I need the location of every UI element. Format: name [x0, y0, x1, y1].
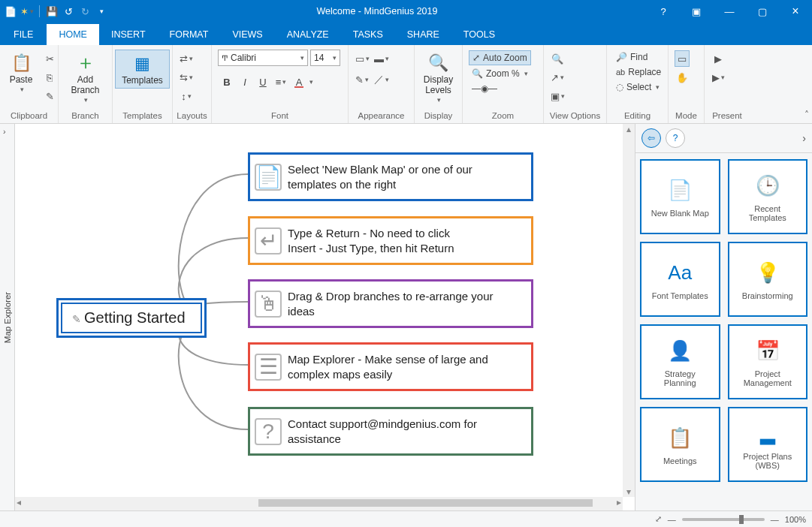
auto-zoom-button[interactable]: ⤢Auto Zoom: [469, 50, 531, 65]
child-node[interactable]: 🖱Drag & Drop branches to re-arrange your…: [248, 279, 533, 328]
font-name-combo[interactable]: ͲCalibri: [218, 50, 308, 66]
layout3-icon[interactable]: ↕▾: [179, 88, 194, 104]
mode-cursor-icon[interactable]: ▭: [675, 50, 690, 67]
template-tile[interactable]: 🕒RecentTemplates: [728, 159, 808, 234]
pen-icon[interactable]: ✎▾: [355, 71, 370, 88]
quick-customize-icon[interactable]: ▾: [95, 5, 107, 17]
zoom-out-icon[interactable]: —: [668, 515, 676, 524]
tab-file[interactable]: FILE: [3, 24, 44, 45]
templates-button[interactable]: ▦ Templates: [115, 50, 170, 89]
template-tile[interactable]: 👤StrategyPlanning: [640, 324, 720, 399]
layout2-icon[interactable]: ⇆▾: [179, 69, 194, 86]
template-tile[interactable]: 📋Meetings: [640, 407, 720, 482]
tab-tasks[interactable]: TASKS: [341, 24, 395, 45]
group-font-label: Font: [215, 110, 345, 122]
node-icon: 📄: [255, 164, 282, 191]
align-button[interactable]: ≡▾: [272, 74, 290, 90]
node-text: Map Explorer - Make sense of large and c…: [288, 352, 522, 381]
template-icon: ▂: [753, 419, 783, 449]
template-tile[interactable]: 📅ProjectManagement: [728, 324, 808, 399]
font-size-combo[interactable]: 14: [310, 50, 340, 66]
child-node[interactable]: ↵Type & Return - No need to clickInsert …: [248, 216, 533, 265]
select-button[interactable]: ◌Select▾: [613, 80, 664, 94]
cut-icon[interactable]: ✂: [42, 50, 57, 67]
zoom-slider-icon[interactable]: —◉—: [469, 82, 531, 95]
mode-hand-icon[interactable]: ✋: [675, 69, 690, 86]
child-node[interactable]: ☰Map Explorer - Make sense of large and …: [248, 342, 533, 391]
title-bar: 📄 ✶▾ 💾 ↺ ↻ ▾ Welcome - MindGenius 2019 ?…: [0, 0, 812, 23]
auto-zoom-label: Auto Zoom: [483, 53, 527, 63]
template-tile[interactable]: AaFont Templates: [640, 242, 720, 317]
zoom-fit-icon[interactable]: ⤢: [655, 514, 662, 524]
tab-tools[interactable]: TOOLS: [451, 24, 507, 45]
tab-insert[interactable]: INSERT: [99, 24, 158, 45]
template-label: Meetings: [663, 456, 697, 465]
viewopt2-icon[interactable]: ↗▾: [550, 69, 565, 86]
quick-new-dropdown-icon[interactable]: ✶▾: [21, 5, 33, 17]
layout1-icon[interactable]: ⇄▾: [179, 50, 194, 67]
close-button[interactable]: ×: [779, 0, 812, 23]
node-icon: ?: [255, 418, 282, 445]
tab-home[interactable]: HOME: [47, 24, 99, 45]
child-node[interactable]: 📄Select 'New Blank Map' or one of our te…: [248, 152, 533, 201]
help-button[interactable]: ?: [647, 0, 680, 23]
group-branch-label: Branch: [62, 110, 109, 122]
quick-redo-icon[interactable]: ↻: [79, 5, 91, 17]
tab-analyze[interactable]: ANALYZE: [275, 24, 341, 45]
connector-icon[interactable]: ／▾: [374, 71, 389, 88]
tab-views[interactable]: VIEWS: [220, 24, 274, 45]
zoom-pct-button[interactable]: 🔍Zoom %▾: [469, 67, 531, 80]
child-node[interactable]: ?Contact support@mindgenius.com for assi…: [248, 407, 533, 456]
minimize-button[interactable]: —: [713, 0, 746, 23]
zoom-in-icon[interactable]: —: [771, 515, 779, 524]
quick-save-icon[interactable]: 💾: [46, 5, 58, 17]
group-mode-label: Mode: [672, 110, 701, 122]
quick-new-icon[interactable]: 📄: [5, 5, 17, 17]
tab-share[interactable]: SHARE: [395, 24, 451, 45]
template-tile[interactable]: 💡Brainstorming: [728, 242, 808, 317]
template-tile[interactable]: 📄New Blank Map: [640, 159, 720, 234]
add-branch-button[interactable]: ＋ Add Branch ▾: [65, 50, 105, 105]
paste-button[interactable]: 📋 Paste ▾: [3, 50, 39, 95]
group-present-label: Present: [708, 110, 747, 122]
tab-format[interactable]: FORMAT: [158, 24, 221, 45]
present2-icon[interactable]: ▶▾: [711, 69, 726, 86]
collapse-panel-icon[interactable]: ›: [802, 132, 806, 144]
template-label: Font Templates: [652, 291, 708, 300]
copy-icon[interactable]: ⎘: [42, 69, 57, 86]
panel-help-tab-icon[interactable]: ?: [666, 128, 685, 148]
map-canvas[interactable]: ✎Getting Started 📄Select 'New Blank Map'…: [15, 124, 635, 510]
fill-icon[interactable]: ▬▾: [374, 50, 389, 67]
template-icon: 💡: [753, 258, 783, 288]
viewopt3-icon[interactable]: ▣▾: [550, 88, 565, 104]
bold-button[interactable]: B: [218, 74, 236, 90]
underline-button[interactable]: U: [254, 74, 272, 90]
horizontal-scrollbar[interactable]: ◂▸: [15, 497, 623, 510]
template-tile[interactable]: ▂Project Plans(WBS): [728, 407, 808, 482]
italic-button[interactable]: I: [236, 74, 254, 90]
select-label: Select: [626, 82, 651, 92]
viewopt1-icon[interactable]: 🔍: [550, 50, 565, 67]
shape-icon[interactable]: ▭▾: [355, 50, 370, 67]
display-levels-button[interactable]: 🔍 Display Levels ▾: [418, 50, 459, 105]
format-painter-icon[interactable]: ✎: [42, 88, 57, 104]
templates-panel: ⇦ ? › 📄New Blank Map🕒RecentTemplatesAaFo…: [635, 124, 812, 510]
font-name-value: Calibri: [231, 53, 256, 63]
map-explorer-collapsed[interactable]: › Map Explorer: [0, 124, 15, 510]
present1-icon[interactable]: ▶: [711, 50, 726, 67]
collapse-ribbon-icon[interactable]: ˄: [804, 110, 809, 120]
panel-templates-tab-icon[interactable]: ⇦: [641, 128, 661, 148]
replace-icon: ab: [616, 68, 625, 77]
ribbon-tabs: FILE HOME INSERT FORMAT VIEWS ANALYZE TA…: [0, 23, 812, 45]
font-color-button[interactable]: A: [290, 74, 308, 90]
maximize-button[interactable]: ▢: [746, 0, 779, 23]
quick-undo-icon[interactable]: ↺: [62, 5, 74, 17]
replace-button[interactable]: abReplace: [613, 65, 664, 79]
zoom-value: 100%: [785, 515, 806, 524]
find-button[interactable]: 🔎Find: [613, 50, 664, 64]
root-node[interactable]: ✎Getting Started: [56, 298, 207, 338]
ribbon-options-button[interactable]: ▣: [680, 0, 713, 23]
zoom-slider[interactable]: [682, 518, 765, 521]
node-icon: ☰: [255, 354, 282, 381]
vertical-scrollbar[interactable]: ▴▾: [623, 124, 635, 497]
